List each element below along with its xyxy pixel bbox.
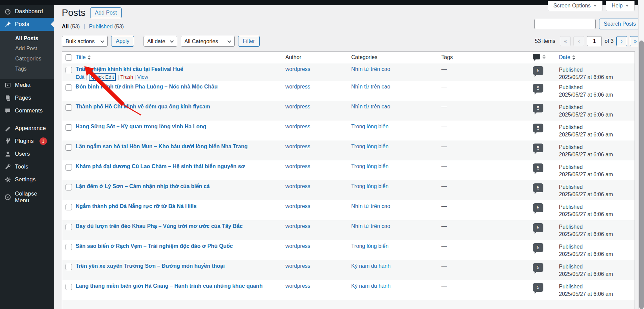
sort-by-comments[interactable] bbox=[533, 54, 546, 59]
category-link[interactable]: Nhìn từ trên cao bbox=[351, 84, 390, 89]
add-post-button[interactable]: Add Post bbox=[90, 7, 122, 18]
sidebar-item-comments[interactable]: Comments bbox=[0, 104, 54, 117]
author-link[interactable]: wordpress bbox=[285, 223, 310, 229]
author-link[interactable]: wordpress bbox=[285, 203, 310, 209]
sidebar-item-media[interactable]: Media bbox=[0, 79, 54, 92]
view-all-link[interactable]: All (53) bbox=[62, 24, 80, 29]
sidebar-item-collapse-menu[interactable]: Collapse Menu bbox=[0, 191, 54, 204]
view-link[interactable]: View bbox=[137, 74, 148, 80]
category-link[interactable]: Nhìn từ trên cao bbox=[351, 223, 390, 229]
comment-count-badge[interactable]: 5 bbox=[533, 183, 543, 192]
post-title-link[interactable]: Đón bình minh từ đỉnh Pha Luông – Nóc nh… bbox=[76, 84, 217, 90]
category-link[interactable]: Kỳ nam du hành bbox=[351, 283, 391, 289]
view-published-link[interactable]: Published (53) bbox=[89, 24, 124, 29]
search-input[interactable] bbox=[534, 19, 596, 29]
post-title-link[interactable]: Lang thang miền biên giới Hà Giang – Hàn… bbox=[76, 283, 263, 289]
sidebar-item-pages[interactable]: Pages bbox=[0, 92, 54, 104]
row-checkbox[interactable] bbox=[66, 204, 72, 210]
row-checkbox[interactable] bbox=[66, 244, 72, 250]
category-link[interactable]: Nhìn từ trên cao bbox=[351, 104, 390, 109]
sidebar-item-dashboard[interactable]: Dashboard bbox=[0, 5, 54, 18]
submenu-item-all-posts[interactable]: All Posts bbox=[0, 33, 54, 44]
post-title-link[interactable]: Hang Sửng Sốt – Kỳ quan trong lòng vịnh … bbox=[76, 124, 206, 130]
category-link[interactable]: Kỳ nam du hành bbox=[351, 263, 391, 269]
category-link[interactable]: Trong lòng biển bbox=[351, 144, 389, 149]
sidebar-item-tools[interactable]: Tools bbox=[0, 160, 54, 173]
post-title-link[interactable]: Trên yên xe xuyên Trường Sơn – Đường mòn… bbox=[76, 263, 225, 269]
post-title-link[interactable]: Lặn đêm ở Lý Sơn – Cảm nhận nhịp thở của… bbox=[76, 183, 210, 189]
sidebar-item-settings[interactable]: Settings bbox=[0, 173, 54, 186]
row-checkbox[interactable] bbox=[66, 124, 72, 131]
post-title-link[interactable]: Khám phá đại dương Cù Lao Chàm – Hệ sinh… bbox=[76, 163, 245, 170]
help-button[interactable]: Help bbox=[606, 1, 635, 11]
row-checkbox[interactable] bbox=[66, 264, 72, 270]
sort-by-date[interactable]: Date bbox=[559, 54, 575, 60]
submenu-item-categories[interactable]: Categories bbox=[0, 54, 54, 64]
comment-count-badge[interactable]: 5 bbox=[533, 203, 543, 212]
sidebar-item-appearance[interactable]: Appearance bbox=[0, 122, 54, 135]
comment-count-badge[interactable]: 5 bbox=[533, 243, 543, 252]
category-link[interactable]: Trong lòng biển bbox=[351, 163, 389, 169]
author-link[interactable]: wordpress bbox=[285, 84, 310, 89]
comment-count-badge[interactable]: 5 bbox=[533, 223, 543, 232]
author-link[interactable]: wordpress bbox=[285, 283, 310, 289]
bulk-actions-select[interactable]: Bulk actions bbox=[62, 36, 108, 47]
sort-by-title[interactable]: Title bbox=[76, 54, 91, 60]
row-checkbox[interactable] bbox=[66, 284, 72, 290]
post-title-link[interactable]: Săn sao biển ở Rạch Vẹm – Trải nghiệm độ… bbox=[76, 243, 233, 249]
apply-button[interactable]: Apply bbox=[111, 36, 134, 47]
sidebar-item-users[interactable]: Users bbox=[0, 148, 54, 160]
screen-options-button[interactable]: Screen Options bbox=[548, 1, 602, 11]
filter-button[interactable]: Filter bbox=[238, 36, 260, 47]
post-title-link[interactable]: Thành phố Hồ Chí Minh về đêm qua ống kín… bbox=[76, 104, 210, 110]
sidebar-item-plugins[interactable]: Plugins1 bbox=[0, 135, 54, 148]
row-checkbox[interactable] bbox=[66, 164, 72, 171]
category-link[interactable]: Trong lòng biển bbox=[351, 183, 389, 189]
post-title-link[interactable]: Lặn ngắm san hô tại Hòn Mun – Kho báu dư… bbox=[76, 144, 248, 150]
trash-link[interactable]: Trash bbox=[120, 74, 133, 80]
row-checkbox[interactable] bbox=[66, 67, 72, 73]
category-link[interactable]: Trong lòng biển bbox=[351, 124, 389, 129]
submenu-item-tags[interactable]: Tags bbox=[0, 64, 54, 74]
select-all-checkbox[interactable] bbox=[66, 54, 72, 61]
author-link[interactable]: wordpress bbox=[285, 124, 310, 129]
row-checkbox[interactable] bbox=[66, 104, 72, 111]
category-link[interactable]: Nhìn từ trên cao bbox=[351, 203, 390, 209]
author-link[interactable]: wordpress bbox=[285, 163, 310, 169]
author-link[interactable]: wordpress bbox=[285, 104, 310, 109]
row-checkbox[interactable] bbox=[66, 224, 72, 230]
edit-link[interactable]: Edit bbox=[76, 74, 84, 80]
comment-count-badge[interactable]: 5 bbox=[533, 263, 543, 272]
submenu-item-add-post[interactable]: Add Post bbox=[0, 44, 54, 54]
author-link[interactable]: wordpress bbox=[285, 243, 310, 249]
all-dates-select[interactable]: All dates bbox=[144, 36, 177, 47]
search-posts-button[interactable]: Search Posts bbox=[599, 19, 641, 29]
author-link[interactable]: wordpress bbox=[285, 183, 310, 189]
comment-count-badge[interactable]: 5 bbox=[533, 84, 543, 93]
post-title-link[interactable]: Bay dù lượn trên đèo Khau Phạ – Vùng trờ… bbox=[76, 223, 243, 229]
category-link[interactable]: Nhìn từ trên cao bbox=[351, 66, 390, 72]
comment-count-badge[interactable]: 5 bbox=[533, 104, 543, 112]
first-page-button[interactable]: « bbox=[560, 36, 571, 46]
comment-count-badge[interactable]: 5 bbox=[533, 283, 543, 292]
scrollbar-thumb[interactable] bbox=[639, 41, 644, 309]
comment-count-badge[interactable]: 5 bbox=[533, 163, 543, 172]
prev-page-button[interactable]: ‹ bbox=[573, 36, 584, 46]
row-checkbox[interactable] bbox=[66, 184, 72, 190]
all-categories-select[interactable]: All Categories bbox=[181, 36, 235, 47]
comment-count-badge[interactable]: 5 bbox=[533, 144, 543, 152]
current-page-input[interactable] bbox=[587, 36, 602, 46]
comment-count-badge[interactable]: 5 bbox=[533, 124, 543, 132]
next-page-button[interactable]: › bbox=[616, 36, 627, 46]
quick-edit-link[interactable]: Quick Edit bbox=[89, 73, 116, 81]
author-link[interactable]: wordpress bbox=[285, 263, 310, 269]
author-link[interactable]: wordpress bbox=[285, 66, 310, 72]
row-checkbox[interactable] bbox=[66, 84, 72, 91]
sidebar-item-posts[interactable]: Posts bbox=[0, 18, 54, 31]
category-link[interactable]: Trong lòng biển bbox=[351, 243, 389, 249]
post-title-link[interactable]: Trải nghiệm khinh khí cầu tại Festival H… bbox=[76, 66, 183, 72]
post-title-link[interactable]: Ngắm thành phố Đà Nẵng rực rỡ từ Bà Nà H… bbox=[76, 203, 197, 209]
comment-count-badge[interactable]: 5 bbox=[533, 66, 543, 75]
row-checkbox[interactable] bbox=[66, 144, 72, 151]
author-link[interactable]: wordpress bbox=[285, 144, 310, 149]
